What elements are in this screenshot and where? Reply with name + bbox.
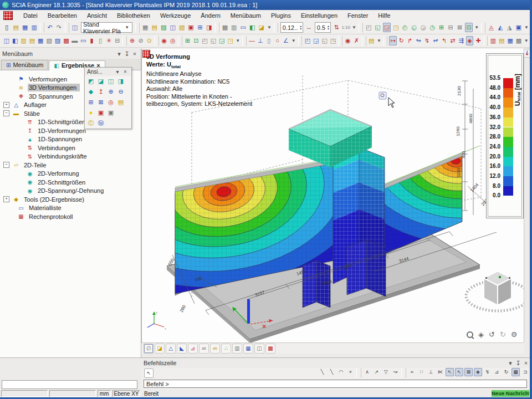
trim-icon[interactable]: ↯ (423, 36, 431, 45)
rotate-node-icon[interactable]: ↻ (398, 36, 405, 45)
collapse-icon[interactable]: − (3, 162, 9, 168)
tree-item-verbindungen[interactable]: ⇅Verbindungen (0, 144, 141, 152)
chevron-down-icon[interactable]: ▼ (524, 25, 529, 30)
menu-plugins[interactable]: Plugins (266, 11, 296, 21)
pin-icon[interactable]: ↧ (123, 50, 131, 58)
chevron-down-icon[interactable]: ▼ (474, 25, 479, 30)
member1d-icon[interactable]: ▬ (71, 36, 78, 45)
extend-icon[interactable]: ↫ (432, 36, 439, 45)
camera-icon[interactable]: ▣ (96, 108, 106, 117)
support-line-icon[interactable]: ⊘ (137, 36, 144, 45)
tangent-snap-icon[interactable]: ↯ (483, 368, 492, 376)
mesh-toggle-icon[interactable]: ∴ (221, 344, 231, 354)
view-top-icon[interactable]: ◩ (86, 76, 96, 86)
clipboard-icon[interactable]: ◫ (168, 23, 176, 32)
offset-icon[interactable]: ⇶ (457, 36, 464, 45)
print-icon[interactable]: ▩ (221, 23, 229, 32)
tab-menubaum[interactable]: ⊞ Menübaum (1, 60, 48, 70)
direction-snap-icon[interactable]: ↗ (372, 368, 381, 376)
tree-item-2d-teile[interactable]: −▱2D-Teile (0, 161, 141, 170)
tree-item-tools-2d[interactable]: +◆Tools (2D-Ergebnisse) (0, 195, 141, 204)
copy-props-icon[interactable]: ▧ (178, 23, 186, 32)
view-side-icon[interactable]: ◫ (106, 76, 116, 86)
status-unit[interactable]: mm (98, 390, 111, 397)
tree-item-2d-schnittgroessen[interactable]: ◉2D-Schnittgrößen (0, 178, 141, 187)
tree-item-1d-spannungen[interactable]: ▲1D-Spannungen (0, 135, 141, 144)
close-icon[interactable]: × (522, 360, 530, 366)
perp-tool-icon[interactable]: ⊥ (257, 36, 264, 45)
delete-icon[interactable]: ◉ (344, 36, 351, 45)
render-display-icon[interactable]: ▤ (498, 36, 505, 45)
new-file-icon[interactable]: ▯ (3, 23, 11, 32)
load-line-icon[interactable]: ◎ (169, 36, 176, 45)
list-input-icon[interactable]: ⊐ (521, 368, 529, 376)
section-display-icon[interactable]: ▦ (243, 344, 253, 354)
case-move-icon[interactable]: ◱ (209, 36, 217, 45)
lightbulb-icon[interactable]: ● (86, 108, 96, 117)
supports-toggle-icon[interactable]: △ (166, 344, 176, 354)
palette-menu-icon[interactable]: ▾ (114, 69, 121, 75)
engineering-report-icon[interactable]: ◧ (248, 23, 256, 32)
view-axis-icon[interactable]: ↥ (96, 87, 106, 96)
angle-snap-icon[interactable]: ⊿ (493, 368, 501, 376)
zoom-all-icon[interactable]: ⊠ (96, 98, 106, 107)
chevron-down-icon[interactable]: ▼ (236, 38, 240, 43)
view-q4-icon[interactable]: ◷ (428, 23, 436, 32)
chevron-down-icon[interactable]: ▼ (267, 25, 272, 30)
select-cursor-icon[interactable]: ↖ (144, 369, 154, 378)
grid-plus-icon[interactable]: ⊞ (438, 23, 446, 32)
dot-grid-snap-icon[interactable]: ∷ (417, 368, 426, 376)
viewport-scrollbar[interactable] (524, 49, 531, 342)
case-new-icon[interactable]: ◲ (218, 36, 226, 45)
zoom-out-icon[interactable]: ⊖ (116, 87, 126, 96)
menu-fenster[interactable]: Fenster (342, 11, 373, 21)
zoom-hint-button[interactable] (379, 92, 386, 99)
view-corner1-icon[interactable]: ◰ (365, 23, 372, 32)
line-snap-icon[interactable]: ╲ (318, 368, 326, 376)
cut-icon[interactable]: ✗ (353, 36, 360, 45)
panel-menu-icon[interactable]: ▾ (507, 360, 514, 367)
label-display-icon[interactable]: ▦ (507, 36, 514, 45)
view-q1-icon[interactable]: ◴ (401, 23, 409, 32)
polygon-snap-icon[interactable]: ◈ (474, 368, 482, 376)
zoom-window-icon[interactable]: ⊞ (86, 98, 96, 107)
copy-icon[interactable]: ◰ (304, 36, 311, 45)
tree-item-2d-spannung-dehnung[interactable]: ◉2D-Spannung/-Dehnung (0, 187, 141, 196)
save-all-icon[interactable]: ▦ (21, 23, 29, 32)
plate-icon[interactable]: ▥ (20, 36, 27, 45)
menu-bearbeiten[interactable]: Bearbeiten (43, 11, 82, 21)
load-point-icon[interactable]: ◉ (161, 36, 168, 45)
view-corner4-icon[interactable]: ◳ (392, 23, 400, 32)
tree-item-rechenprotokoll[interactable]: ▦Rechenprotokoll (0, 212, 141, 221)
labels-toggle-icon[interactable]: ⊿ (188, 344, 198, 354)
calc-mesh-icon[interactable]: ▦ (141, 23, 149, 32)
haunch-icon[interactable]: ▩ (63, 36, 70, 45)
open-file-icon[interactable]: ▤ (12, 23, 19, 32)
deform-scale-icon[interactable]: ⇅ (332, 23, 340, 32)
circle-tool-icon[interactable]: ○ (274, 36, 281, 45)
new-messages-button[interactable]: Neue Nachrichte (492, 390, 529, 397)
rotate-view2-icon[interactable]: ↻ (500, 330, 506, 339)
find-icon[interactable]: ◭ (497, 23, 504, 32)
break-icon[interactable]: ↰ (441, 36, 448, 45)
rect-tool-icon[interactable]: ▯ (265, 36, 273, 45)
delete-snap-icon[interactable]: × (346, 368, 355, 376)
results-table-icon[interactable]: ◨ (205, 23, 213, 32)
grid-close-icon[interactable]: ⊠ (456, 23, 463, 32)
mesh-display-icon[interactable]: ▣ (187, 23, 195, 32)
navigation-cube[interactable] (466, 271, 524, 311)
align-icon[interactable]: ↱ (406, 36, 413, 45)
view-corner2-icon[interactable]: ◱ (374, 23, 381, 32)
expand-icon[interactable]: + (3, 102, 9, 108)
pin-icon[interactable]: ↧ (514, 360, 522, 367)
wall-icon[interactable]: ▤ (28, 36, 35, 45)
factor-spinner[interactable]: 0.5 ▲▼ (315, 22, 331, 33)
undo-icon[interactable]: ↶ (46, 23, 54, 32)
node-snap-icon[interactable]: ▮ (88, 36, 95, 45)
rib-icon[interactable]: ▨ (54, 36, 61, 45)
calculator-icon[interactable]: ▭ (239, 23, 247, 32)
shell-icon[interactable]: ▧ (45, 36, 53, 45)
tree-item-verbindungskraefte[interactable]: ⇅Verbindungskräfte (0, 152, 141, 161)
menu-hilfe[interactable]: Hilfe (373, 11, 395, 21)
chevron-down-icon[interactable]: ▼ (524, 38, 529, 43)
